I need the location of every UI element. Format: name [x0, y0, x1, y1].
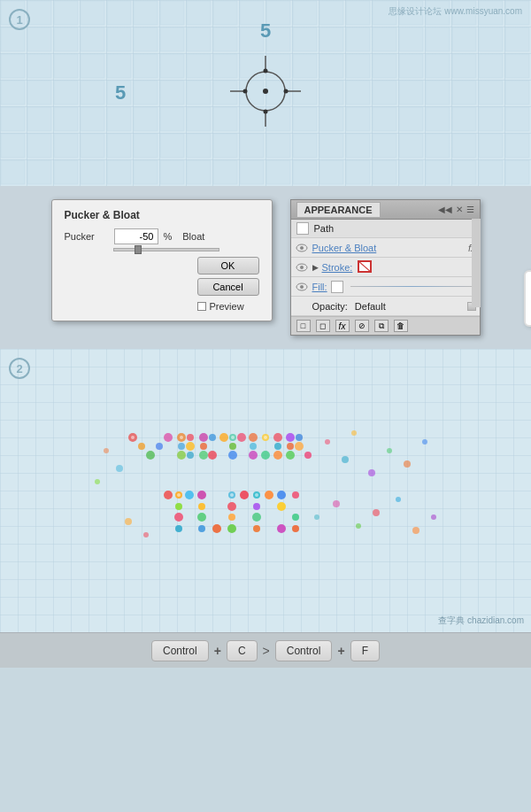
panel-footer: □ ◻ fx ⊘ ⧉ 🗑: [291, 316, 480, 335]
svg-point-23: [164, 433, 173, 442]
path-icon: [296, 222, 309, 235]
svg-point-81: [104, 448, 109, 453]
top-canvas: 1 5 5 思缘设计论坛 www.missyuan.com: [0, 0, 531, 186]
svg-point-37: [237, 433, 246, 442]
svg-point-45: [273, 433, 282, 442]
step-1-badge: 1: [9, 9, 30, 30]
svg-point-98: [412, 527, 419, 534]
svg-point-102: [231, 436, 235, 439]
stroke-row: ▶ Stroke:: [291, 258, 480, 277]
panel-controls: ◀◀ ✕ ☰: [438, 205, 474, 214]
svg-point-44: [261, 451, 270, 460]
svg-point-27: [187, 434, 194, 441]
pucker-slider-thumb[interactable]: [135, 245, 142, 254]
footer-delete-btn[interactable]: 🗑: [394, 320, 408, 332]
control2-button[interactable]: Control: [275, 640, 333, 661]
svg-point-83: [95, 479, 100, 484]
control1-button[interactable]: Control: [151, 640, 209, 661]
svg-point-29: [187, 452, 194, 459]
number-5-top: 5: [260, 19, 271, 43]
panel-collapse-btn[interactable]: ◀◀: [438, 205, 452, 214]
svg-point-105: [230, 493, 234, 497]
footer-square-btn[interactable]: ◻: [316, 320, 330, 332]
svg-point-72: [253, 503, 260, 510]
dialog-section: Pucker & Bloat Pucker % Bloat OK Cancel …: [0, 186, 531, 349]
svg-point-32: [199, 451, 208, 460]
opacity-value: Default: [355, 301, 386, 312]
panel-header: APPEARANCE ◀◀ ✕ ☰: [291, 200, 480, 220]
svg-point-38: [229, 443, 236, 450]
svg-point-60: [197, 491, 206, 499]
footer-fx-btn[interactable]: fx: [335, 320, 350, 332]
watermark-bottom: 查字典 chazidian.com: [438, 615, 524, 627]
fill-label[interactable]: Fill:: [312, 282, 327, 292]
svg-point-58: [174, 513, 183, 522]
number-5-left: 5: [115, 81, 126, 104]
svg-point-95: [356, 523, 361, 529]
pucker-bloat-label[interactable]: Pucker & Bloat: [312, 243, 377, 253]
svg-point-94: [333, 500, 340, 507]
svg-point-99: [431, 514, 436, 520]
footer-eye-btn[interactable]: ⊘: [355, 320, 369, 332]
svg-point-49: [287, 443, 294, 450]
svg-point-50: [286, 451, 295, 460]
step-2-badge: 2: [9, 358, 30, 379]
pucker-percent: %: [164, 231, 173, 242]
svg-point-13: [300, 246, 304, 250]
eye-icon-pucker[interactable]: [295, 243, 309, 253]
svg-point-39: [228, 451, 237, 460]
watermark-top: 思缘设计论坛 www.missyuan.com: [389, 5, 522, 18]
svg-point-71: [265, 491, 273, 499]
svg-point-91: [143, 532, 149, 537]
svg-point-31: [200, 443, 207, 450]
svg-point-90: [422, 439, 427, 445]
svg-point-57: [175, 503, 182, 510]
svg-point-88: [387, 448, 392, 453]
svg-point-54: [164, 491, 173, 499]
svg-point-78: [292, 514, 299, 521]
pucker-input[interactable]: [114, 228, 158, 244]
eye-icon-fill[interactable]: [295, 282, 309, 292]
svg-point-8: [264, 69, 268, 73]
preview-checkbox[interactable]: [197, 302, 206, 311]
fill-line: [350, 286, 473, 287]
footer-add-btn[interactable]: □: [296, 320, 311, 332]
fill-row: Fill:: [291, 277, 480, 297]
eye-icon-stroke[interactable]: [295, 262, 309, 273]
panel-menu-btn[interactable]: ☰: [466, 205, 474, 214]
svg-point-63: [198, 525, 205, 532]
svg-point-69: [240, 491, 249, 499]
svg-point-85: [342, 456, 349, 463]
svg-point-84: [325, 439, 330, 445]
svg-point-101: [180, 436, 183, 439]
stroke-label[interactable]: Stroke:: [322, 262, 353, 273]
svg-point-92: [125, 518, 132, 525]
appearance-panel: APPEARANCE ◀◀ ✕ ☰ Path: [290, 199, 481, 336]
pucker-bloat-dialog: Pucker & Bloat Pucker % Bloat OK Cancel …: [51, 199, 273, 321]
svg-point-33: [209, 434, 216, 441]
svg-point-46: [274, 443, 281, 450]
pucker-slider-track[interactable]: [113, 248, 219, 251]
panel-title: APPEARANCE: [296, 202, 381, 217]
pucker-dialog-title: Pucker & Bloat: [65, 209, 259, 221]
svg-point-80: [292, 525, 299, 532]
cancel-button[interactable]: Cancel: [197, 278, 259, 296]
f-key-button[interactable]: F: [350, 640, 380, 661]
svg-point-97: [396, 497, 401, 502]
panel-close-btn[interactable]: ✕: [456, 205, 463, 214]
svg-point-68: [227, 524, 236, 533]
ok-button[interactable]: OK: [197, 257, 259, 275]
fill-swatch[interactable]: [331, 281, 343, 293]
path-label: Path: [314, 223, 335, 234]
svg-point-87: [368, 469, 375, 476]
svg-line-16: [360, 262, 370, 271]
svg-point-62: [197, 513, 206, 522]
opacity-label: Opacity:: [312, 301, 348, 312]
footer-copy-btn[interactable]: ⧉: [374, 320, 389, 332]
plus1-icon: +: [214, 644, 221, 658]
pucker-label: Pucker: [65, 231, 109, 242]
svg-point-42: [249, 451, 258, 460]
c-key-button[interactable]: C: [227, 640, 258, 661]
stroke-expand[interactable]: ▶: [312, 263, 319, 272]
bottom-canvas: 2: [0, 349, 531, 632]
